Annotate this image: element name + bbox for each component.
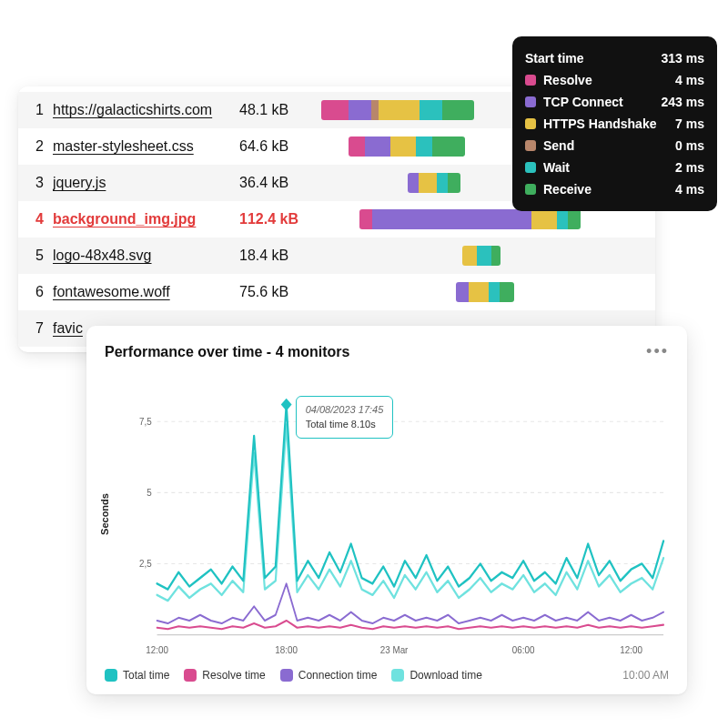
timing-segment-wait	[489, 282, 500, 302]
timing-segment-send	[371, 100, 379, 120]
resource-name[interactable]: background_img.jpg	[53, 211, 230, 228]
timing-segment-tcp	[408, 173, 419, 193]
resource-name[interactable]: master-stylesheet.css	[53, 138, 230, 155]
timing-bar-area	[321, 282, 642, 302]
tooltip-label: Start time	[525, 51, 584, 66]
legend-label: Total time	[123, 669, 169, 682]
legend-swatch	[280, 669, 293, 682]
tooltip-row: Resolve4 ms	[525, 69, 704, 91]
tooltip-row: HTTPS Handshake7 ms	[525, 113, 704, 135]
svg-text:5: 5	[147, 486, 152, 498]
legend-item-download_time[interactable]: Download time	[391, 669, 481, 682]
timing-segment-wait	[420, 100, 442, 120]
resource-size: 112.4 kB	[239, 211, 312, 228]
timing-segment-tcp	[349, 100, 371, 120]
tooltip-label: HTTPS Handshake	[543, 116, 656, 131]
legend-swatch	[184, 669, 197, 682]
resource-size: 36.4 kB	[239, 175, 312, 191]
legend-item-total_time[interactable]: Total time	[105, 669, 169, 682]
resource-size: 75.6 kB	[239, 284, 312, 300]
tooltip-row: Send0 ms	[525, 135, 704, 157]
svg-text:18:00: 18:00	[275, 643, 298, 655]
timing-bar[interactable]	[456, 282, 514, 302]
legend-label: Resolve time	[202, 669, 265, 682]
svg-text:06:00: 06:00	[512, 643, 535, 655]
swatch-send	[525, 140, 536, 151]
timing-segment-receive	[448, 173, 460, 193]
resource-name[interactable]: https://galacticshirts.com	[53, 102, 230, 118]
timing-bar[interactable]	[462, 246, 500, 266]
timing-bar-area	[321, 209, 642, 229]
timing-segment-https	[390, 136, 416, 157]
legend-swatch	[105, 669, 117, 682]
timing-segment-receive	[568, 209, 581, 229]
legend-label: Download time	[410, 669, 481, 682]
timing-segment-https	[419, 173, 437, 193]
legend-item-resolve_time[interactable]: Resolve time	[184, 669, 265, 682]
tooltip-value: 2 ms	[675, 160, 704, 175]
swatch-https	[525, 118, 536, 129]
timing-segment-wait	[557, 209, 568, 229]
swatch-tcp	[525, 96, 536, 107]
row-index: 4	[31, 211, 44, 228]
timing-bar[interactable]	[349, 136, 465, 157]
svg-text:12:00: 12:00	[620, 643, 642, 655]
swatch-resolve	[525, 75, 536, 86]
tooltip-row: Receive4 ms	[525, 178, 704, 200]
timing-segment-https	[462, 246, 477, 266]
tooltip-value: 0 ms	[675, 138, 704, 153]
timing-segment-receive	[432, 136, 465, 157]
chart-plot-area[interactable]: Seconds 2,557,512:0018:0023 Mar06:0012:0…	[130, 369, 669, 660]
svg-text:7,5: 7,5	[139, 415, 152, 427]
svg-text:23 Mar: 23 Mar	[380, 643, 409, 655]
legend-label: Connection time	[298, 669, 378, 682]
timing-segment-tcp	[372, 209, 531, 229]
timing-bar[interactable]	[359, 209, 581, 229]
resource-size: 64.6 kB	[239, 138, 312, 155]
tooltip-label: Receive	[543, 182, 592, 197]
row-index: 2	[31, 138, 44, 155]
resource-name[interactable]: fontawesome.woff	[53, 284, 230, 300]
legend-swatch	[391, 669, 404, 682]
timing-bar[interactable]	[408, 173, 460, 193]
row-index: 3	[31, 175, 44, 191]
timing-bar-area	[321, 246, 642, 266]
tooltip-value: 4 ms	[675, 182, 704, 197]
svg-text:12:00: 12:00	[146, 643, 168, 655]
y-axis-label: Seconds	[99, 493, 110, 535]
tooltip-label: Resolve	[543, 73, 592, 87]
resource-name[interactable]: jquery.js	[53, 175, 230, 191]
waterfall-row[interactable]: 6fontawesome.woff75.6 kB	[18, 274, 655, 310]
resource-name[interactable]: logo-48x48.svg	[53, 248, 230, 264]
timing-segment-resolve	[359, 209, 372, 229]
tooltip-label: Wait	[543, 160, 570, 175]
timing-segment-wait	[477, 246, 491, 266]
timing-segment-tcp	[365, 136, 390, 157]
svg-text:2,5: 2,5	[139, 557, 152, 569]
row-index: 7	[31, 320, 44, 337]
more-icon[interactable]: •••	[646, 342, 669, 361]
legend-item-connection_time[interactable]: Connection time	[280, 669, 378, 682]
row-index: 6	[31, 284, 44, 300]
swatch-wait	[525, 162, 536, 173]
timing-segment-receive	[442, 100, 474, 120]
tooltip-row: TCP Connect243 ms	[525, 91, 704, 113]
row-index: 1	[31, 102, 44, 118]
waterfall-row[interactable]: 5logo-48x48.svg18.4 kB	[18, 238, 655, 274]
timing-segment-tcp	[456, 282, 469, 302]
timing-segment-wait	[416, 136, 432, 157]
timing-segment-https	[469, 282, 489, 302]
resource-size: 48.1 kB	[239, 102, 312, 118]
timing-tooltip: Start time313 msResolve4 msTCP Connect24…	[512, 36, 717, 211]
timing-segment-https	[379, 100, 420, 120]
timing-bar[interactable]	[321, 100, 474, 120]
timing-segment-wait	[437, 173, 448, 193]
performance-chart-card: Performance over time - 4 monitors ••• S…	[86, 326, 687, 694]
card-timestamp: 10:00 AM	[622, 669, 669, 682]
timing-segment-resolve	[349, 136, 365, 157]
resource-size: 18.4 kB	[239, 248, 312, 264]
tooltip-row: Start time313 ms	[525, 47, 704, 69]
timing-segment-https	[531, 209, 557, 229]
tooltip-value: 243 ms	[662, 95, 704, 109]
timing-segment-receive	[500, 282, 514, 302]
